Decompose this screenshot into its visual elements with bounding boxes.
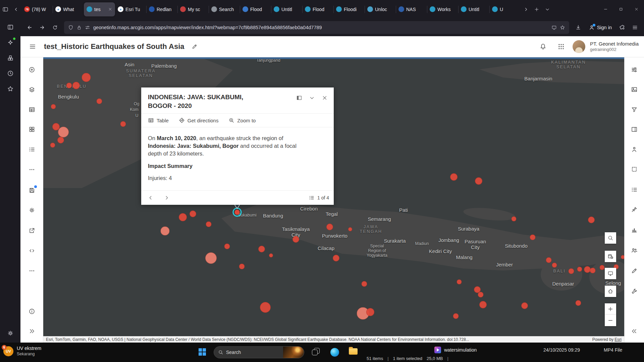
map-search-button[interactable] xyxy=(605,232,616,244)
new-tab-button[interactable] xyxy=(531,3,542,16)
earthquake-point[interactable] xyxy=(269,253,273,257)
account-info[interactable]: PT. Geonet Infomedia getraining002 xyxy=(590,41,639,53)
earthquake-point[interactable] xyxy=(57,137,64,143)
map-canvas[interactable]: AsinPalembangSUMATERA SELATANBENGKULUBen… xyxy=(43,57,624,343)
popup-action-zoom-to-button[interactable]: Zoom to xyxy=(228,117,256,123)
map-time-button[interactable] xyxy=(605,251,616,262)
earthquake-point[interactable] xyxy=(600,265,605,270)
earthquake-point[interactable] xyxy=(190,210,196,217)
earthquake-point[interactable] xyxy=(120,121,126,127)
notifications-button[interactable] xyxy=(536,40,550,53)
earthquake-point[interactable] xyxy=(66,83,72,88)
earthquake-point[interactable] xyxy=(590,268,596,274)
earthquake-point[interactable] xyxy=(52,123,60,130)
settings-charts-button[interactable] xyxy=(628,223,641,237)
earthquake-point[interactable] xyxy=(161,227,170,236)
forward-button[interactable] xyxy=(37,21,48,34)
earthquake-point[interactable] xyxy=(475,177,482,185)
edge-taskbar-button[interactable] xyxy=(330,348,339,357)
sidebar-settings-button[interactable] xyxy=(6,328,15,338)
contents-expand-button[interactable] xyxy=(25,324,39,338)
settings-fields-button[interactable] xyxy=(628,183,641,196)
contents-more-tools-button[interactable] xyxy=(25,163,39,176)
settings-sharing-button[interactable] xyxy=(628,244,641,257)
browser-tab[interactable]: Flood xyxy=(240,2,271,16)
taskbar-search[interactable]: Search xyxy=(214,346,304,358)
earthquake-point[interactable] xyxy=(179,213,187,221)
close-window-button[interactable] xyxy=(629,0,644,18)
previous-feature-button[interactable] xyxy=(146,193,155,202)
earthquake-point[interactable] xyxy=(621,255,624,259)
tab-close-button[interactable] xyxy=(108,7,112,11)
browser-tab[interactable]: Untitl xyxy=(271,2,302,16)
address-bar[interactable]: geonetinfo.maps.arcgis.com/apps/mapviewe… xyxy=(64,21,569,34)
task-view-button[interactable] xyxy=(312,348,320,356)
earthquake-point[interactable] xyxy=(362,281,367,287)
tracking-protection-shield-icon[interactable] xyxy=(68,25,73,30)
contents-share-button[interactable] xyxy=(25,224,39,237)
ai-chat-button[interactable] xyxy=(6,38,15,47)
start-button[interactable] xyxy=(199,348,206,356)
downloads-button[interactable] xyxy=(573,21,584,34)
settings-filter-button[interactable] xyxy=(628,103,641,116)
browser-tab[interactable]: My sc xyxy=(177,2,209,16)
earthquake-point[interactable] xyxy=(292,236,299,243)
contents-basemap-button[interactable] xyxy=(25,123,39,136)
earthquake-point[interactable] xyxy=(97,99,102,104)
save-to-device-icon[interactable] xyxy=(551,25,557,30)
earthquake-point[interactable] xyxy=(569,268,574,274)
edit-title-button[interactable] xyxy=(188,40,201,53)
earthquake-point[interactable] xyxy=(588,217,595,223)
browser-tab[interactable]: NAS xyxy=(396,2,427,16)
settings-sketch-button[interactable] xyxy=(628,143,641,156)
earthquake-point[interactable] xyxy=(457,280,462,285)
app-launcher-button[interactable] xyxy=(554,40,568,53)
explorer-file-row[interactable]: watersimulation xyxy=(434,347,477,353)
search-highlight-image[interactable] xyxy=(283,347,304,358)
browser-tab[interactable]: Flood xyxy=(302,2,333,16)
earthquake-point[interactable] xyxy=(239,264,245,269)
earthquake-point[interactable] xyxy=(478,292,484,298)
esri-link[interactable]: Esri xyxy=(614,337,622,342)
url-text[interactable]: geonetinfo.maps.arcgis.com/apps/mapviewe… xyxy=(93,25,548,30)
browser-tab[interactable]: U xyxy=(489,2,521,16)
history-button[interactable] xyxy=(6,69,15,78)
back-button[interactable] xyxy=(24,21,35,34)
popup-action-get-directions-button[interactable]: Get directions xyxy=(179,117,219,123)
contents-add-button[interactable] xyxy=(25,63,39,76)
next-feature-button[interactable] xyxy=(162,193,171,202)
popup-action-table-button[interactable]: Table xyxy=(148,117,169,123)
settings-styles-button[interactable] xyxy=(628,83,641,96)
browser-tab[interactable]: eEsri Tu xyxy=(115,2,146,16)
earthquake-point[interactable] xyxy=(577,267,582,272)
earthquake-point[interactable] xyxy=(530,235,536,240)
browser-tab[interactable]: Works xyxy=(427,2,458,16)
contents-tables-button[interactable] xyxy=(25,103,39,116)
permissions-icon[interactable] xyxy=(85,25,90,30)
earthquake-point[interactable] xyxy=(205,252,217,264)
lock-icon[interactable] xyxy=(76,25,82,30)
earthquake-point[interactable] xyxy=(326,224,333,230)
bookmarks-button[interactable] xyxy=(6,84,15,94)
earthquake-point[interactable] xyxy=(453,313,459,319)
app-menu-button[interactable] xyxy=(26,40,39,53)
contents-more-button[interactable] xyxy=(25,264,39,278)
bookmark-star-icon[interactable] xyxy=(560,25,565,30)
earthquake-point[interactable] xyxy=(72,82,80,89)
popup-collapse-button[interactable] xyxy=(307,93,317,103)
sign-in-button[interactable]: Sign in xyxy=(585,22,615,33)
maximize-button[interactable] xyxy=(613,0,629,18)
earthquake-point[interactable] xyxy=(366,308,374,316)
settings-attachments-button[interactable] xyxy=(628,203,641,216)
browser-tab[interactable]: Redlan xyxy=(146,2,177,16)
minimize-button[interactable] xyxy=(598,0,613,18)
list-all-tabs-button[interactable] xyxy=(542,3,553,16)
earthquake-point[interactable] xyxy=(333,255,339,261)
browser-tab[interactable]: tes xyxy=(84,2,115,16)
earthquake-point[interactable] xyxy=(552,263,557,268)
browser-tab[interactable]: Unloc xyxy=(365,2,396,16)
settings-edit-button[interactable] xyxy=(628,264,641,278)
tab-scroll-left-button[interactable] xyxy=(11,3,21,16)
popup-dock-button[interactable] xyxy=(294,93,304,103)
browser-tab[interactable]: 78(78) W xyxy=(21,2,53,16)
